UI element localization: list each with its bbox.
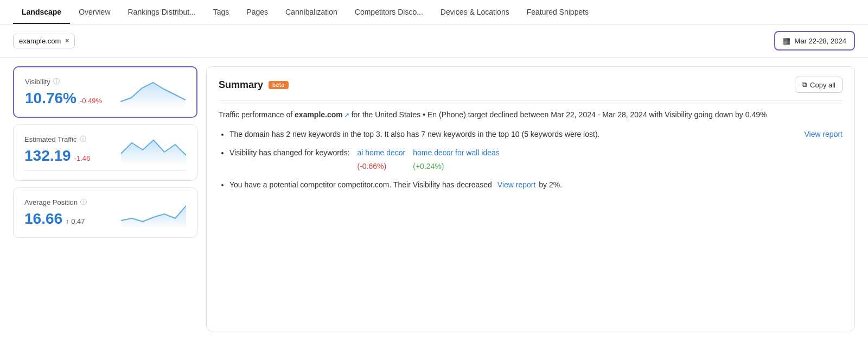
position-info-icon[interactable]: ⓘ <box>80 198 87 207</box>
nav-item-landscape[interactable]: Landscape <box>13 0 70 24</box>
bullet-visibility-change: Visibility has changed for keywords: ai … <box>229 147 843 172</box>
summary-body: Traffic performance of example.com↗ for … <box>219 109 843 321</box>
visibility-chart <box>120 77 186 106</box>
nav-item-featured-snippets[interactable]: Featured Snippets <box>518 0 597 24</box>
competitor-view-report[interactable]: View report <box>497 179 536 191</box>
summary-title: Summary <box>219 79 263 91</box>
traffic-chart <box>121 135 186 164</box>
nav-item-cannibalization[interactable]: Cannibalization <box>277 0 346 24</box>
copy-icon: ⧉ <box>802 80 807 89</box>
date-range-label: Mar 22-28, 2024 <box>795 37 846 45</box>
visibility-card: Visibility ⓘ 10.76% -0.49% <box>13 66 197 118</box>
nav-item-overview[interactable]: Overview <box>70 0 119 24</box>
visibility-change: -0.49% <box>80 97 102 105</box>
keyword1-link[interactable]: ai home decor <box>358 147 406 159</box>
position-info: Average Position ⓘ 16.66 ↑ 0.47 <box>24 198 87 228</box>
traffic-change: -1.46 <box>74 154 91 162</box>
keyword2-link[interactable]: home decor for wall ideas <box>413 147 500 159</box>
external-link-icon[interactable]: ↗ <box>344 111 349 119</box>
visibility-label: Visibility ⓘ <box>25 77 102 86</box>
position-value: 16.66 ↑ 0.47 <box>24 210 87 228</box>
keyword1-col: ai home decor (-0.66%) <box>358 147 406 172</box>
keyword2-change: (+0.24%) <box>413 160 500 172</box>
nav-bar: LandscapeOverviewRankings Distribut...Ta… <box>0 0 868 24</box>
domain-close-button[interactable]: × <box>65 37 69 45</box>
summary-header: Summary beta ⧉ Copy all <box>219 77 843 93</box>
traffic-value: 132.19 -1.46 <box>24 147 90 165</box>
toolbar: example.com × ▦ Mar 22-28, 2024 <box>0 24 868 58</box>
bullet-competitor: You have a potential competitor competit… <box>229 179 843 191</box>
competitor-suffix: by 2%. <box>537 179 562 191</box>
nav-item-rankings-distribut-[interactable]: Rankings Distribut... <box>119 0 205 24</box>
domain-strong: example.com <box>295 110 343 119</box>
summary-title-group: Summary beta <box>219 79 289 91</box>
summary-divider <box>219 100 843 101</box>
position-label: Average Position ⓘ <box>24 198 87 207</box>
main-content: Visibility ⓘ 10.76% -0.49% <box>0 58 868 340</box>
keyword2-col: home decor for wall ideas (+0.24%) <box>413 147 500 172</box>
copy-all-label: Copy all <box>810 81 835 89</box>
visibility-value: 10.76% -0.49% <box>25 90 102 107</box>
nav-item-devices-locations[interactable]: Devices & Locations <box>432 0 518 24</box>
keywords-view-report[interactable]: View report <box>804 128 843 140</box>
position-chart <box>121 198 186 227</box>
app-wrapper: LandscapeOverviewRankings Distribut...Ta… <box>0 0 868 340</box>
copy-all-button[interactable]: ⧉ Copy all <box>795 77 843 93</box>
traffic-label: Estimated Traffic ⓘ <box>24 135 90 144</box>
traffic-info: Estimated Traffic ⓘ 132.19 -1.46 <box>24 135 90 165</box>
left-panel: Visibility ⓘ 10.76% -0.49% <box>13 66 197 331</box>
average-position-card: Average Position ⓘ 16.66 ↑ 0.47 <box>13 187 197 238</box>
visibility-keywords-prefix: Visibility has changed for keywords: <box>229 147 350 159</box>
bullet-list: The domain has 2 new keywords in the top… <box>219 128 843 191</box>
calendar-icon: ▦ <box>783 36 790 46</box>
domain-label: example.com <box>19 37 61 45</box>
keywords-text: The domain has 2 new keywords in the top… <box>229 128 599 140</box>
bullet-keywords: The domain has 2 new keywords in the top… <box>229 128 843 140</box>
summary-intro: Traffic performance of example.com↗ for … <box>219 109 843 122</box>
nav-item-pages[interactable]: Pages <box>238 0 277 24</box>
visibility-info: Visibility ⓘ 10.76% -0.49% <box>25 77 102 107</box>
keyword1-change: (-0.66%) <box>358 160 406 172</box>
visibility-info-icon[interactable]: ⓘ <box>53 77 60 86</box>
summary-panel: Summary beta ⧉ Copy all Traffic performa… <box>206 66 855 331</box>
position-change: ↑ 0.47 <box>66 217 85 225</box>
beta-badge: beta <box>269 81 289 89</box>
domain-chip[interactable]: example.com × <box>13 34 75 48</box>
traffic-info-icon[interactable]: ⓘ <box>80 135 86 144</box>
estimated-traffic-card: Estimated Traffic ⓘ 132.19 -1.46 <box>13 124 197 181</box>
competitor-text: You have a potential competitor competit… <box>229 179 492 191</box>
date-picker-button[interactable]: ▦ Mar 22-28, 2024 <box>774 31 855 51</box>
nav-item-competitors-disco-[interactable]: Competitors Disco... <box>346 0 432 24</box>
nav-item-tags[interactable]: Tags <box>205 0 238 24</box>
